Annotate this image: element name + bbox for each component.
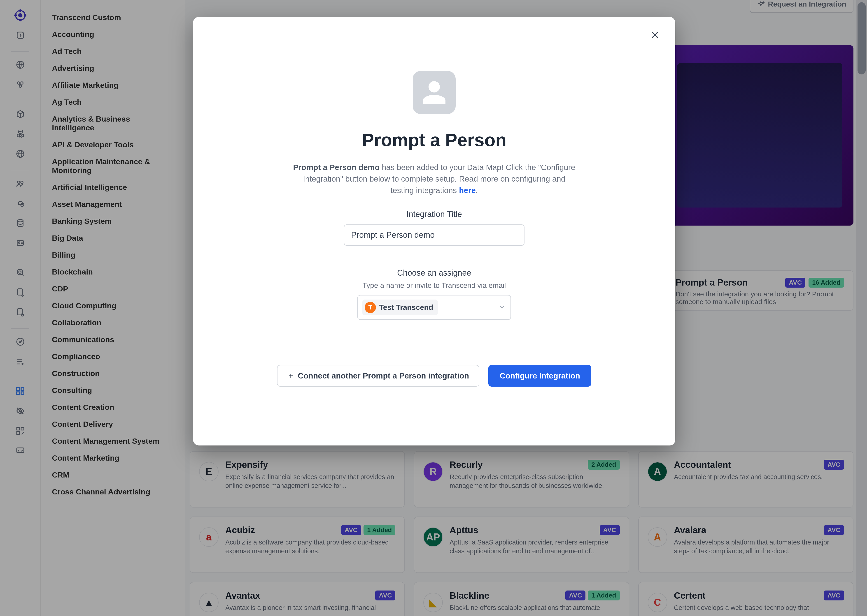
integration-title-input[interactable] [344, 225, 525, 246]
modal-title: Prompt a Person [362, 130, 506, 151]
here-link[interactable]: here [459, 186, 476, 195]
close-icon [649, 30, 660, 40]
choose-assignee-subtext: Type a name or invite to Transcend via e… [363, 281, 506, 290]
configure-integration-button[interactable]: Configure Integration [489, 365, 591, 387]
connect-another-button[interactable]: Connect another Prompt a Person integrat… [277, 365, 479, 387]
integration-title-label: Integration Title [407, 209, 462, 219]
assignee-initial: T [365, 302, 376, 313]
choose-assignee-label: Choose an assignee [397, 268, 471, 278]
modal-blurb: Prompt a Person demo has been added to y… [292, 162, 577, 196]
close-button[interactable] [648, 28, 662, 42]
person-avatar-icon [413, 71, 456, 114]
assignee-chip[interactable]: T Test Transcend [363, 300, 438, 315]
chevron-down-icon [498, 303, 506, 312]
assignee-select[interactable]: T Test Transcend [358, 295, 511, 320]
plus-icon [287, 372, 294, 379]
add-integration-modal: Prompt a Person Prompt a Person demo has… [193, 17, 675, 445]
assignee-name: Test Transcend [379, 303, 433, 312]
